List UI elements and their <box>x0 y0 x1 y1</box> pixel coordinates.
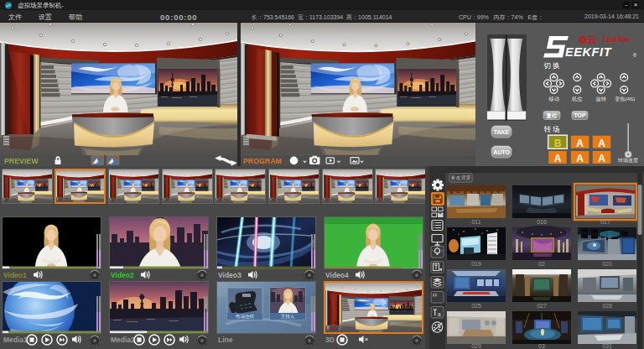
svg-text:a: a <box>438 311 441 317</box>
svg-text:PROGRAM: PROGRAM <box>243 157 282 165</box>
svg-text:LinkYou: LinkYou <box>601 35 630 44</box>
svg-text:028: 028 <box>602 303 612 309</box>
svg-text:TOP: TOP <box>574 112 586 118</box>
svg-text:B: B <box>554 138 562 149</box>
svg-text:FF: FF <box>433 294 438 298</box>
svg-text:Media1: Media1 <box>3 336 28 344</box>
svg-text:025: 025 <box>471 303 481 309</box>
svg-text:Media2: Media2 <box>111 336 135 344</box>
svg-text:Video4: Video4 <box>325 271 349 279</box>
svg-text:临云: 临云 <box>579 34 597 44</box>
svg-text:®: ® <box>633 53 636 58</box>
svg-text:A: A <box>598 153 605 164</box>
svg-text:变焦(4S): 变焦(4S) <box>615 96 635 102</box>
svg-text:031: 031 <box>602 343 612 349</box>
svg-text:016: 016 <box>537 219 547 225</box>
svg-text:Video3: Video3 <box>218 271 242 279</box>
svg-text:03: 03 <box>538 343 545 349</box>
svg-text:027: 027 <box>537 303 547 309</box>
svg-text:A: A <box>598 138 605 149</box>
svg-text:3D: 3D <box>325 336 335 344</box>
svg-text:主持人: 主持人 <box>281 314 295 320</box>
svg-text:转场速度: 转场速度 <box>618 157 638 164</box>
svg-text:机位: 机位 <box>572 96 582 102</box>
svg-text:更改背景: 更改背景 <box>451 174 471 180</box>
svg-text:020: 020 <box>602 261 612 267</box>
svg-text:电话连线: 电话连线 <box>236 314 255 320</box>
svg-text:PREVIEW: PREVIEW <box>4 157 39 165</box>
svg-text:Video1: Video1 <box>3 271 27 279</box>
svg-text:复位: 复位 <box>546 112 558 119</box>
svg-text:029: 029 <box>471 343 481 349</box>
svg-text:A: A <box>576 138 584 149</box>
svg-text:Line: Line <box>218 336 233 344</box>
svg-text:017: 017 <box>600 219 610 225</box>
svg-text:移动: 移动 <box>549 96 559 102</box>
svg-text:EEKFIT: EEKFIT <box>565 45 612 59</box>
svg-text:TAKE: TAKE <box>494 129 510 135</box>
svg-text:旋转: 旋转 <box>596 96 606 102</box>
svg-text:A: A <box>554 153 562 164</box>
svg-text:Video2: Video2 <box>111 271 134 279</box>
svg-text:019: 019 <box>471 261 481 267</box>
svg-text:A: A <box>576 153 584 164</box>
svg-text:02: 02 <box>538 261 545 267</box>
svg-text:转场: 转场 <box>544 125 562 133</box>
svg-text:切换: 切换 <box>543 61 562 70</box>
svg-text:AUTO: AUTO <box>493 149 510 155</box>
svg-text:011: 011 <box>471 219 480 225</box>
